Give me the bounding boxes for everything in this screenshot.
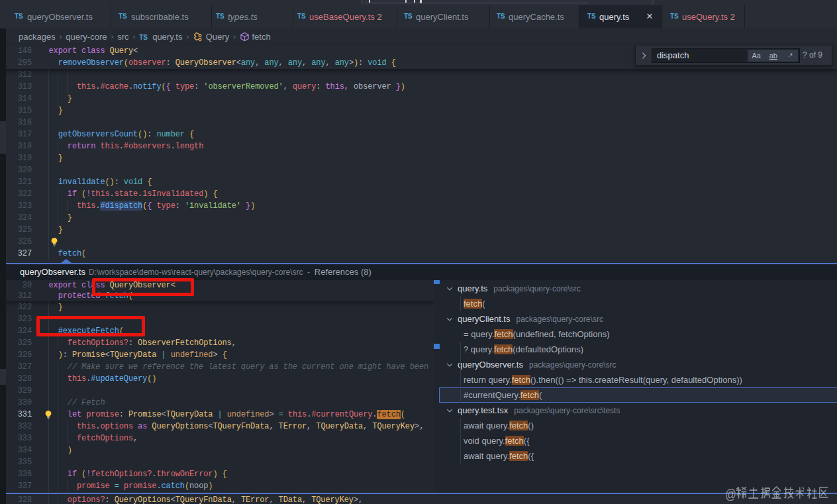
svg-text:@: @ [725, 487, 736, 502]
